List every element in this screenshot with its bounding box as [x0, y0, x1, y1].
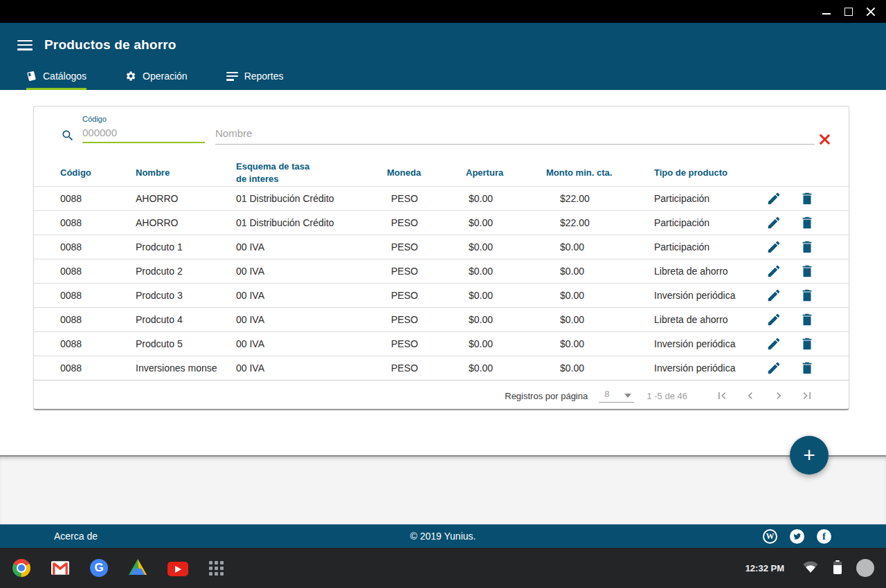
column-header-apertura: Apertura [466, 167, 546, 179]
cell-moneda: PESO [387, 266, 466, 277]
minimize-button[interactable] [822, 9, 831, 15]
twitter-icon[interactable] [790, 529, 804, 544]
rows-per-page-select[interactable]: 8 [599, 389, 634, 403]
chevron-right-icon [772, 389, 786, 403]
edit-button[interactable] [766, 191, 781, 206]
delete-button[interactable] [799, 336, 815, 351]
first-page-icon [715, 389, 729, 403]
add-product-fab[interactable]: + [790, 436, 829, 475]
cell-tipo: Libreta de ahorro [654, 266, 765, 277]
cell-apertura: $0.00 [466, 217, 546, 228]
table-body: 0088 AHORRO 01 Distribución Crédito PESO… [34, 186, 849, 380]
youtube-icon[interactable] [168, 562, 188, 576]
google-icon[interactable]: G [90, 559, 108, 577]
column-header-monto: Monto min. cta. [546, 167, 654, 179]
trash-icon [799, 191, 815, 206]
cell-nombre: AHORRO [136, 217, 236, 228]
report-lines-icon [226, 72, 238, 81]
delete-button[interactable] [799, 239, 815, 255]
drive-icon[interactable] [129, 559, 147, 577]
taskbar: G 12:32 PM [0, 548, 886, 588]
delete-button[interactable] [799, 360, 815, 376]
pencil-icon [766, 264, 781, 279]
pencil-icon [766, 288, 781, 303]
delete-button[interactable] [799, 215, 815, 230]
wordpress-icon[interactable]: W [763, 529, 777, 544]
edit-button[interactable] [766, 336, 781, 351]
table-row: 0088 Prodcuto 1 00 IVA PESO $0.00 $0.00 … [34, 235, 849, 259]
codigo-label: Código [82, 115, 205, 123]
edit-button[interactable] [766, 360, 781, 376]
cell-monto: $0.00 [546, 290, 654, 301]
main-content: Código Código Nombre Esquema de tasa de … [0, 90, 886, 455]
cell-monto: $0.00 [546, 338, 654, 349]
table-row: 0088 Prodcuto 5 00 IVA PESO $0.00 $0.00 … [34, 331, 849, 356]
cell-tipo: Participación [654, 217, 765, 228]
nombre-input[interactable] [215, 126, 815, 145]
taskbar-shelf: G [12, 559, 224, 577]
table-row: 0088 Prodcuto 3 00 IVA PESO $0.00 $0.00 … [34, 283, 849, 307]
previous-page-button[interactable] [743, 389, 757, 403]
delete-button[interactable] [799, 288, 815, 303]
cell-tipo: Participación [654, 193, 765, 204]
cell-codigo: 0088 [60, 217, 136, 228]
app-launcher-icon[interactable] [209, 561, 224, 576]
delete-button[interactable] [799, 264, 815, 279]
tab-label: Catálogos [43, 71, 87, 82]
rows-per-page-label: Registros por página [505, 391, 588, 401]
close-button[interactable] [867, 8, 875, 16]
pagination-range: 1 -5 de 46 [647, 391, 687, 401]
first-page-button[interactable] [715, 389, 729, 403]
chrome-icon[interactable] [12, 559, 30, 577]
tab-reportes[interactable]: Reportes [226, 71, 284, 90]
edit-button[interactable] [766, 264, 781, 279]
facebook-icon[interactable]: f [817, 529, 831, 544]
edit-button[interactable] [766, 215, 781, 230]
rows-per-page-value: 8 [604, 389, 609, 399]
column-header-moneda: Moneda [387, 167, 466, 179]
battery-icon[interactable] [833, 562, 842, 574]
cell-apertura: $0.00 [466, 266, 546, 277]
cell-tipo: Inversión periódica [654, 338, 765, 349]
tab-catalogos[interactable]: Catálogos [26, 71, 87, 90]
delete-button[interactable] [799, 191, 815, 206]
delete-button[interactable] [799, 312, 815, 327]
cell-codigo: 0088 [60, 193, 136, 204]
cell-nombre: Prodcuto 2 [136, 266, 236, 277]
cell-esquema: 01 Distribución Crédito [236, 193, 387, 204]
cell-esquema: 00 IVA [236, 362, 387, 374]
column-header-nombre: Nombre [136, 167, 236, 179]
status-tray[interactable]: 12:32 PM [745, 559, 874, 577]
cell-nombre: AHORRO [136, 193, 236, 204]
account-avatar[interactable] [856, 559, 874, 577]
edit-button[interactable] [766, 288, 781, 303]
edit-button[interactable] [766, 239, 781, 255]
pagination-bar: Registros por página 8 1 -5 de 46 [34, 380, 849, 411]
cell-apertura: $0.00 [466, 314, 546, 325]
column-header-tipo: Tipo de producto [654, 167, 765, 179]
trash-icon [799, 215, 815, 230]
cell-moneda: PESO [387, 241, 466, 252]
table-row: 0088 Inversiones monse 00 IVA PESO $0.00… [34, 356, 849, 380]
next-page-button[interactable] [772, 389, 786, 403]
cell-esquema: 00 IVA [236, 338, 387, 349]
clear-search-icon[interactable] [818, 134, 830, 145]
hamburger-menu-icon[interactable] [17, 40, 33, 50]
last-page-button[interactable] [800, 389, 814, 403]
trash-icon [799, 312, 815, 327]
tab-label: Operación [143, 71, 188, 82]
cell-esquema: 00 IVA [236, 290, 387, 301]
edit-button[interactable] [766, 312, 781, 327]
cell-moneda: PESO [387, 362, 466, 374]
maximize-button[interactable] [844, 8, 853, 16]
cell-codigo: 0088 [60, 241, 136, 252]
wifi-icon[interactable] [803, 561, 818, 576]
cell-apertura: $0.00 [466, 241, 546, 252]
pencil-icon [766, 215, 781, 230]
cell-codigo: 0088 [60, 314, 136, 325]
tab-operacion[interactable]: Operación [125, 71, 188, 90]
table-row: 0088 Prodcuto 2 00 IVA PESO $0.00 $0.00 … [34, 259, 849, 283]
codigo-input[interactable] [82, 125, 205, 143]
gmail-icon[interactable] [51, 559, 69, 577]
cell-tipo: Inversión periódica [654, 362, 765, 374]
